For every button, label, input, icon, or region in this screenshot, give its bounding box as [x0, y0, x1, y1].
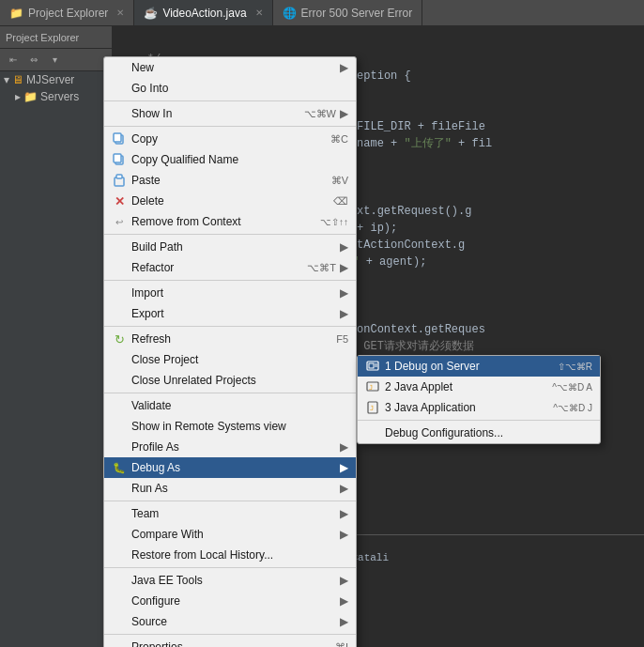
menu-label-paste: Paste	[131, 174, 327, 187]
menu-label-export: Export	[131, 307, 335, 320]
separator-8	[104, 567, 356, 568]
new-icon	[112, 60, 127, 75]
menu-item-go-into[interactable]: Go Into	[104, 78, 356, 99]
menu-item-compare-with[interactable]: Compare With ▶	[104, 524, 356, 545]
menu-item-run-as[interactable]: Run As ▶	[104, 478, 356, 499]
view-menu-button[interactable]: ▾	[45, 52, 64, 69]
svg-rect-3	[114, 154, 121, 162]
submenu-label-debug-on-server: 1 Debug on Server	[385, 360, 553, 373]
menu-item-validate[interactable]: Validate	[104, 395, 356, 416]
menu-item-configure[interactable]: Configure ▶	[104, 591, 356, 611]
submenu-debug-on-server[interactable]: 1 Debug on Server ⇧⌥⌘R	[358, 356, 600, 377]
submenu-debug-configurations[interactable]: Debug Configurations...	[358, 423, 600, 443]
menu-item-restore-from-local[interactable]: Restore from Local History...	[104, 545, 356, 565]
menu-item-refresh[interactable]: ↻ Refresh F5	[104, 329, 356, 349]
menu-label-build-path: Build Path	[131, 240, 335, 254]
show-in-icon	[112, 106, 127, 121]
menu-item-close-unrelated[interactable]: Close Unrelated Projects	[104, 370, 356, 391]
export-icon	[112, 306, 127, 321]
tree-label-mjserver: MJServer	[26, 73, 74, 86]
source-icon	[112, 614, 127, 629]
menu-label-profile-as: Profile As	[131, 440, 335, 454]
server-icon: 🖥	[12, 73, 23, 86]
folder-servers-icon: 📁	[23, 90, 38, 103]
menu-item-properties[interactable]: Properties ⌘I	[104, 637, 356, 647]
menu-item-show-in[interactable]: Show In ⌥⌘W ▶	[104, 103, 356, 124]
submenu-java-applet[interactable]: J 2 Java Applet ^⌥⌘D A	[358, 377, 600, 397]
menu-item-show-remote[interactable]: Show in Remote Systems view	[104, 416, 356, 437]
tab-close-video-action[interactable]: ✕	[255, 8, 263, 18]
remove-shortcut: ⌥⇧↑↑	[320, 217, 348, 227]
menu-label-show-remote: Show in Remote Systems view	[131, 420, 348, 433]
menu-item-copy-qualified-name[interactable]: Copy Qualified Name	[104, 149, 356, 170]
submenu-arrow-new: ▶	[340, 61, 348, 74]
tree-item-mjserver[interactable]: ▾ 🖥 MJServer	[0, 71, 112, 88]
menu-label-refactor: Refactor	[131, 261, 302, 274]
tab-label-project-explorer: Project Explorer	[28, 7, 108, 20]
tab-bar: 📁 Project Explorer ✕ ☕ VideoAction.java …	[0, 0, 644, 26]
tab-video-action[interactable]: ☕ VideoAction.java ✕	[134, 0, 272, 25]
menu-item-paste[interactable]: Paste ⌘V	[104, 170, 356, 191]
tab-error-500[interactable]: 🌐 Error 500 Server Error	[273, 0, 423, 25]
menu-label-compare-with: Compare With	[131, 528, 335, 541]
link-with-editor-button[interactable]: ⇔	[24, 52, 43, 69]
submenu-arrow-import: ▶	[340, 286, 348, 300]
submenu-arrow-export: ▶	[340, 307, 348, 320]
submenu-java-application[interactable]: J 3 Java Application ^⌥⌘D J	[358, 397, 600, 418]
submenu-arrow-debug-as: ▶	[340, 461, 348, 474]
menu-label-validate: Validate	[131, 399, 348, 412]
tree-label-servers: Servers	[40, 90, 79, 103]
menu-label-team: Team	[131, 507, 335, 520]
refactor-shortcut: ⌥⌘T	[307, 262, 336, 274]
menu-item-team[interactable]: Team ▶	[104, 503, 356, 524]
menu-item-export[interactable]: Export ▶	[104, 303, 356, 324]
menu-label-java-ee-tools: Java EE Tools	[131, 574, 335, 587]
debug-config-icon	[365, 425, 380, 440]
menu-item-refactor[interactable]: Refactor ⌥⌘T ▶	[104, 257, 356, 278]
menu-label-import: Import	[131, 286, 335, 300]
submenu-arrow-refactor: ▶	[340, 261, 348, 274]
menu-item-build-path[interactable]: Build Path ▶	[104, 237, 356, 257]
menu-item-import[interactable]: Import ▶	[104, 283, 356, 303]
tab-label-video-action: VideoAction.java	[162, 7, 246, 20]
menu-item-source[interactable]: Source ▶	[104, 611, 356, 632]
tab-label-error-500: Error 500 Server Error	[301, 7, 413, 20]
configure-icon	[112, 593, 127, 608]
tab-close-project-explorer[interactable]: ✕	[116, 8, 124, 18]
menu-item-close-project[interactable]: Close Project	[104, 349, 356, 370]
submenu-arrow-compare: ▶	[340, 528, 348, 541]
web-icon: 🌐	[283, 7, 297, 20]
svg-rect-5	[116, 175, 122, 178]
svg-rect-1	[114, 133, 121, 142]
tree-item-servers[interactable]: ▸ 📁 Servers	[0, 88, 112, 105]
menu-label-properties: Properties	[131, 640, 330, 647]
menu-label-restore-from-local: Restore from Local History...	[131, 548, 348, 562]
paste-icon	[112, 173, 127, 188]
profile-as-icon	[112, 439, 127, 454]
menu-item-profile-as[interactable]: Profile As ▶	[104, 437, 356, 457]
menu-item-java-ee-tools[interactable]: Java EE Tools ▶	[104, 570, 356, 591]
menu-item-copy[interactable]: Copy ⌘C	[104, 129, 356, 149]
menu-label-configure: Configure	[131, 594, 335, 608]
collapse-all-button[interactable]: ⇤	[4, 52, 23, 69]
separator-9	[104, 634, 356, 635]
menu-label-copy: Copy	[131, 132, 326, 146]
debug-as-icon: 🐛	[112, 460, 127, 475]
separator-3	[104, 234, 356, 235]
menu-item-debug-as[interactable]: 🐛 Debug As ▶	[104, 457, 356, 478]
submenu-arrow-run-as: ▶	[340, 482, 348, 495]
submenu-arrow-source: ▶	[340, 615, 348, 628]
menu-label-close-project: Close Project	[131, 353, 348, 366]
menu-item-new[interactable]: New ▶	[104, 57, 356, 78]
menu-label-remove-from-context: Remove from Context	[131, 215, 315, 228]
delete-shortcut: ⌫	[333, 195, 348, 208]
svg-rect-7	[369, 363, 374, 368]
refresh-icon: ↻	[112, 331, 127, 347]
tab-project-explorer[interactable]: 📁 Project Explorer ✕	[0, 0, 134, 25]
separator-4	[104, 280, 356, 281]
menu-item-remove-from-context[interactable]: ↩ Remove from Context ⌥⇧↑↑	[104, 211, 356, 232]
submenu-arrow-show-in: ▶	[340, 107, 348, 120]
panel-title: Project Explorer	[6, 32, 79, 43]
menu-item-delete[interactable]: ✕ Delete ⌫	[104, 191, 356, 211]
remove-icon: ↩	[112, 214, 127, 229]
